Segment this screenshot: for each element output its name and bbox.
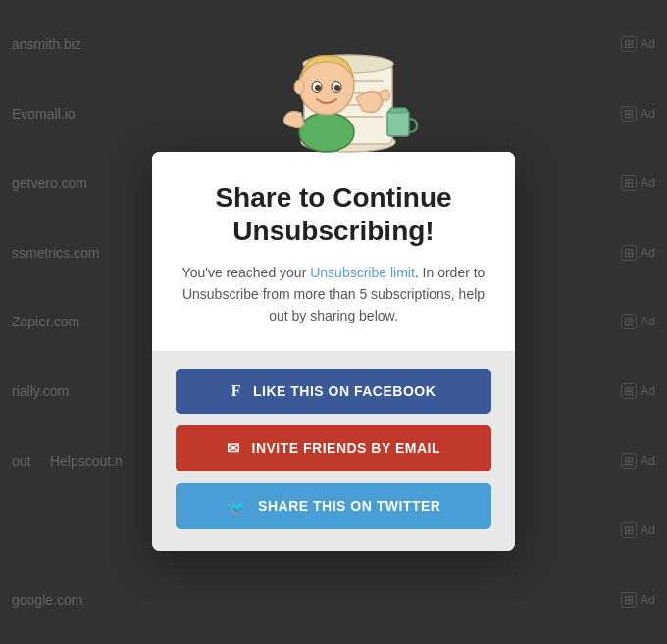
twitter-button-label: SHARE THIS ON TWITTER bbox=[258, 498, 440, 514]
svg-point-10 bbox=[299, 113, 354, 152]
modal-bottom: f LIKE THIS ON FACEBOOK ✉ INVITE FRIENDS… bbox=[152, 351, 515, 551]
svg-rect-17 bbox=[387, 111, 409, 136]
modal-top: Share to Continue Unsubscribing! You've … bbox=[152, 152, 515, 350]
modal-description: You've reached your Unsubscribe limit. I… bbox=[181, 262, 486, 327]
modal: Share to Continue Unsubscribing! You've … bbox=[152, 152, 515, 550]
modal-desc-link: Unsubscribe limit bbox=[310, 265, 415, 280]
svg-point-16 bbox=[294, 80, 304, 94]
twitter-share-button[interactable]: 🐦 SHARE THIS ON TWITTER bbox=[176, 483, 491, 529]
email-button-label: INVITE FRIENDS BY EMAIL bbox=[252, 440, 440, 456]
svg-point-14 bbox=[315, 85, 321, 91]
svg-point-15 bbox=[334, 85, 340, 91]
svg-rect-18 bbox=[389, 108, 407, 113]
modal-overlay: Share to Continue Unsubscribing! You've … bbox=[0, 0, 667, 644]
modal-desc-part1: You've reached your bbox=[182, 265, 311, 280]
facebook-share-button[interactable]: f LIKE THIS ON FACEBOOK bbox=[176, 369, 491, 414]
character-illustration bbox=[235, 39, 432, 157]
facebook-button-label: LIKE THIS ON FACEBOOK bbox=[253, 383, 436, 399]
twitter-icon: 🐦 bbox=[227, 497, 247, 516]
email-share-button[interactable]: ✉ INVITE FRIENDS BY EMAIL bbox=[176, 425, 491, 471]
facebook-icon: f bbox=[231, 382, 241, 400]
modal-title: Share to Continue Unsubscribing! bbox=[181, 181, 486, 247]
character-svg bbox=[240, 44, 427, 157]
email-icon: ✉ bbox=[227, 439, 240, 458]
